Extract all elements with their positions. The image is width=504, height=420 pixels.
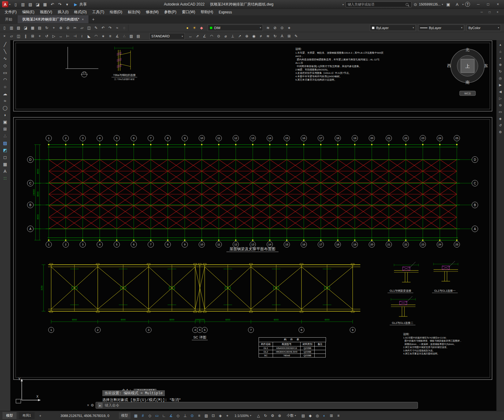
layer-light-icon[interactable]: ● <box>184 25 191 31</box>
plotstyle-combo[interactable]: ByColor ▾ <box>467 25 501 31</box>
menu-item-9[interactable]: 修改(M) <box>143 9 161 15</box>
grid-display-icon[interactable]: ▦ <box>133 412 139 419</box>
help-icon[interactable]: ? <box>465 2 470 7</box>
dim-break-icon[interactable]: ≠ <box>258 33 264 40</box>
viewcube-home-icon[interactable]: ⌂ <box>497 49 503 54</box>
previous-view-icon[interactable]: ◀ <box>497 89 503 94</box>
nav-collapse-icon[interactable]: ▴ <box>497 42 503 47</box>
menu-item-5[interactable]: 格式(O) <box>71 9 89 15</box>
menu-item-11[interactable]: 窗口(W) <box>179 9 198 15</box>
saveas-icon[interactable]: ◪ <box>22 25 29 31</box>
explode-icon[interactable]: ∗ <box>100 33 106 40</box>
annotation-monitor-icon[interactable]: ⊕ <box>276 412 283 419</box>
qleader-icon[interactable]: ↗ <box>237 33 243 40</box>
revision-cloud-icon[interactable]: ☁ <box>1 90 9 97</box>
color-combo[interactable]: ByLayer ▾ <box>370 25 416 31</box>
dim-diameter-icon[interactable]: ⌀ <box>222 33 229 40</box>
redo-icon[interactable]: ↷ <box>56 1 63 8</box>
chamfer-icon[interactable]: ◣ <box>86 33 92 40</box>
redo-toolbar-icon[interactable]: ↷ <box>107 25 113 31</box>
dim-aligned-icon[interactable]: ⇗ <box>194 33 201 40</box>
undo-icon[interactable]: ↶ <box>49 1 56 8</box>
match-properties-icon[interactable]: ✎ <box>93 25 99 31</box>
undo-toolbar-icon[interactable]: ↶ <box>100 25 106 31</box>
minimize-button[interactable]: ─ <box>473 1 483 8</box>
layer-freeze-icon[interactable]: ∗ <box>286 25 292 31</box>
ortho-mode-icon[interactable]: ∟ <box>161 412 167 419</box>
menu-item-6[interactable]: 工具(T) <box>89 9 107 15</box>
dim-update-icon[interactable]: ↻ <box>272 33 278 40</box>
annotation-autoscale-icon[interactable]: ↻ <box>262 412 269 419</box>
app-store-icon[interactable]: ▣ <box>445 1 452 8</box>
dim-arc-icon[interactable]: ◠ <box>208 33 215 40</box>
dim-ordinate-icon[interactable]: ⊥ <box>229 33 236 40</box>
center-mark-icon[interactable]: ◉ <box>251 33 257 40</box>
plot-icon[interactable]: ▦ <box>41 1 49 8</box>
erase-icon[interactable]: × <box>1 33 8 40</box>
steering-wheel-icon[interactable]: ◎ <box>497 76 503 81</box>
dim-style-icon[interactable]: ✎ <box>293 33 299 40</box>
qat-customize-icon[interactable]: ▾ <box>63 1 71 8</box>
point-icon[interactable]: ∴ <box>1 132 9 139</box>
lock-ui-icon[interactable]: ◆ <box>307 412 313 419</box>
clean-screen-icon[interactable]: ⊞ <box>328 412 335 419</box>
doc-restore-button[interactable]: □ <box>486 9 494 15</box>
mtext-icon[interactable]: A <box>279 33 285 40</box>
layout1-tab[interactable]: 布局1 <box>19 412 35 419</box>
model-space-button[interactable]: 模型 <box>119 412 131 419</box>
isometric-drafting-icon[interactable]: ◇ <box>175 412 181 419</box>
search-collapse-icon[interactable]: ▸ <box>343 3 344 6</box>
save-icon[interactable]: ▧ <box>27 1 34 8</box>
trim-icon[interactable]: ⊢ <box>65 33 71 40</box>
menu-item-10[interactable]: 参数(P) <box>161 9 179 15</box>
arc-icon[interactable]: ◠ <box>1 76 9 83</box>
application-menu-button[interactable]: A ▾ <box>1 1 11 7</box>
command-close-icon[interactable]: × <box>87 403 89 407</box>
maximize-button[interactable]: □ <box>483 1 493 8</box>
layer-isolate-icon[interactable]: ⊙ <box>279 25 285 31</box>
graphics-performance-icon[interactable]: ◐ <box>321 412 328 419</box>
zoom-in-icon[interactable]: ⊕ <box>497 62 503 67</box>
circle-icon[interactable]: ○ <box>1 83 9 90</box>
doc-minimize-button[interactable]: ─ <box>478 9 486 15</box>
connection-details[interactable]: GL1与钢架梁连接GL2与GL1连接一GL2与GL1连接二 <box>388 261 458 325</box>
workspace-switching-icon[interactable]: ⚙ <box>269 412 276 419</box>
selection-cycling-icon[interactable]: ⊡ <box>210 412 217 419</box>
layer-properties-icon[interactable]: ≋ <box>265 25 271 31</box>
copy-clip-icon[interactable]: ▱ <box>79 25 85 31</box>
new-drawing-tab-button[interactable]: + <box>89 15 97 23</box>
pan-icon[interactable]: + <box>497 55 503 61</box>
array-icon[interactable]: ⊞ <box>29 33 36 40</box>
ellipse-icon[interactable]: ◯ <box>1 104 9 111</box>
extend-icon[interactable]: ⊣ <box>72 33 78 40</box>
lineweight-icon[interactable]: ≡ <box>196 412 203 419</box>
infer-constraints-icon[interactable]: ◇ <box>147 412 153 419</box>
menu-item-4[interactable]: 插入(I) <box>55 9 71 15</box>
paste-icon[interactable]: ◫ <box>86 25 92 31</box>
model-tab[interactable]: 模型 <box>2 412 17 419</box>
open-file-icon[interactable]: ▥ <box>19 1 27 8</box>
dim-radius-icon[interactable]: ⊙ <box>215 33 222 40</box>
view-icon[interactable]: ◌ <box>121 25 127 31</box>
polygon-icon[interactable]: ◇ <box>1 62 9 69</box>
rotate-icon[interactable]: ↺ <box>44 33 50 40</box>
refresh-icon[interactable]: ↺ <box>497 123 503 128</box>
section-mark[interactable]: 1-1 <box>66 47 98 77</box>
save-as-icon[interactable]: ◪ <box>34 1 41 8</box>
orbit-icon[interactable]: ↻ <box>44 25 50 31</box>
multiline-text-icon[interactable]: A <box>1 168 9 175</box>
linetype-combo[interactable]: ByLayer ▾ <box>418 25 464 31</box>
properties-icon[interactable]: ▤ <box>135 33 142 40</box>
nav-settings-icon[interactable]: ⚙ <box>497 130 503 135</box>
menu-item-8[interactable]: 标注(N) <box>125 9 143 15</box>
annotation-visibility-icon[interactable]: △ <box>255 412 262 419</box>
doc-close-button[interactable]: × <box>494 9 502 15</box>
table-tool-icon[interactable]: ⊞ <box>286 33 292 40</box>
sc-truss-elevation[interactable]: 6000600060001000100060006000600031501234… <box>41 263 360 340</box>
command-input[interactable]: ▸ 键入命令 <box>96 402 418 409</box>
join-icon[interactable]: ≡ <box>107 33 113 40</box>
plot-toolbar-icon[interactable]: ▦ <box>29 25 36 31</box>
dim-linear-icon[interactable]: ↔ <box>187 33 194 40</box>
publish-icon[interactable]: ▤ <box>36 25 43 31</box>
pipe-connection-detail[interactable]: ?36a与钢柱的连接注:?36a为斜腹杆钢管 <box>112 47 137 81</box>
